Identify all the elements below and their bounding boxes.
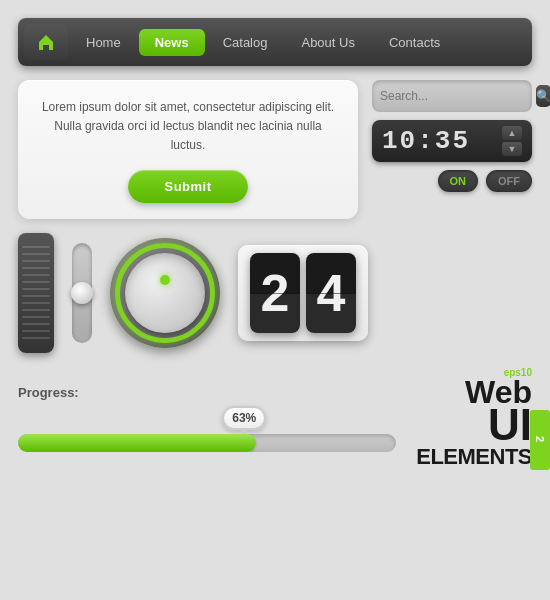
brand-block: eps10 Web UI ELEMENTS 2	[416, 367, 532, 470]
time-arrows: ▲ ▼	[502, 126, 522, 156]
right-widgets: 🔍 10:35 ▲ ▼ ON OFF	[372, 80, 532, 192]
flip-digit-2: 4	[306, 253, 356, 333]
branding-section: eps10 Web UI ELEMENTS 2	[416, 367, 532, 470]
search-bar: 🔍	[372, 80, 532, 112]
time-up-button[interactable]: ▲	[502, 126, 522, 140]
time-display: 10:35 ▲ ▼	[372, 120, 532, 162]
slider-line	[22, 267, 50, 269]
slider-line	[22, 316, 50, 318]
slider-line	[22, 288, 50, 290]
knob-dot	[160, 275, 170, 285]
card-body: Lorem ipsum dolor sit amet, consectetur …	[38, 98, 338, 156]
slider-line	[22, 253, 50, 255]
progress-bubble: 63%	[222, 406, 266, 430]
nav-bar: Home News Catalog About Us Contacts	[18, 18, 532, 66]
nav-home-button[interactable]	[24, 24, 68, 60]
slider-line	[22, 260, 50, 262]
vertical-slider[interactable]	[18, 233, 54, 353]
time-down-button[interactable]: ▼	[502, 142, 522, 156]
toggle-on-button[interactable]: ON	[438, 170, 479, 192]
time-value: 10:35	[382, 126, 502, 156]
slider-line	[22, 323, 50, 325]
slider-line	[22, 330, 50, 332]
progress-fill	[18, 434, 256, 452]
mini-vertical-slider[interactable]	[72, 243, 92, 343]
progress-label: Progress:	[18, 385, 396, 400]
text-card: Lorem ipsum dolor sit amet, consectetur …	[18, 80, 358, 219]
nav-item-home[interactable]: Home	[70, 29, 137, 56]
progress-bubble-row: 63%	[28, 406, 406, 430]
slider-line	[22, 309, 50, 311]
progress-section: Progress: 63%	[18, 385, 396, 452]
progress-wrapper: 63%	[18, 406, 396, 452]
search-input[interactable]	[380, 89, 530, 103]
nav-item-contacts[interactable]: Contacts	[373, 29, 456, 56]
brand-elements: ELEMENTS	[416, 444, 532, 470]
knob-inner	[125, 253, 205, 333]
brand-content: eps10 Web UI ELEMENTS	[416, 367, 532, 470]
flip-digit-1: 2	[250, 253, 300, 333]
nav-item-news[interactable]: News	[139, 29, 205, 56]
bottom-row: Progress: 63% eps10 Web UI ELEMENTS 2	[18, 367, 532, 470]
slider-thumb	[71, 282, 93, 304]
controls-row: 2 4	[18, 233, 532, 353]
search-icon: 🔍	[536, 89, 550, 103]
knob-control[interactable]	[110, 238, 220, 348]
progress-track	[18, 434, 396, 452]
slider-line	[22, 302, 50, 304]
slider-line	[22, 246, 50, 248]
part2-badge: 2	[530, 410, 550, 470]
slider-line	[22, 295, 50, 297]
brand-ui: UI	[416, 406, 532, 443]
slider-line	[22, 281, 50, 283]
flip-counter: 2 4	[238, 245, 368, 341]
slider-line	[22, 337, 50, 339]
part-number: 2	[534, 436, 546, 443]
toggle-row: ON OFF	[372, 170, 532, 192]
slider-line	[22, 274, 50, 276]
toggle-off-button[interactable]: OFF	[486, 170, 532, 192]
nav-item-about[interactable]: About Us	[285, 29, 370, 56]
search-button[interactable]: 🔍	[536, 85, 550, 107]
nav-item-catalog[interactable]: Catalog	[207, 29, 284, 56]
slider-lines	[22, 246, 50, 339]
main-row: Lorem ipsum dolor sit amet, consectetur …	[18, 80, 532, 219]
submit-button[interactable]: Submit	[128, 170, 247, 203]
